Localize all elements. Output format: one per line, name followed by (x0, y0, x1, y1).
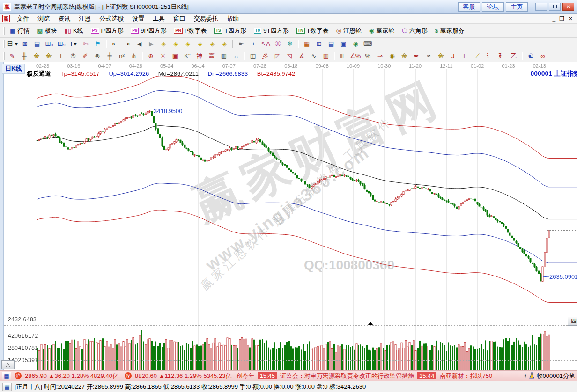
select-annotate-button[interactable]: ↖A (260, 39, 271, 49)
zoom-diamond-3-button[interactable]: ◈ (182, 39, 193, 49)
child-minimize-button[interactable]: _ (552, 15, 555, 22)
t9-square-button[interactable]: T99T四方形 (250, 25, 293, 36)
angle-percent-tool-button[interactable]: ∠% (349, 51, 361, 61)
zoom-diamond-2-button[interactable]: ◈ (170, 39, 181, 49)
gold-hline-tool-button[interactable]: 金 (399, 51, 410, 61)
brain-tool-button[interactable]: ❋ (284, 39, 296, 49)
quotes-button[interactable]: ▦行情 (6, 25, 33, 36)
diag-box2-tool-button[interactable]: ◹ (284, 51, 295, 61)
gold-section-tool-button[interactable]: 金 (31, 51, 42, 61)
zoom-diamond-4-button[interactable]: ◈ (194, 39, 206, 49)
report-button[interactable]: ▤ (325, 39, 337, 49)
web-export-button[interactable]: ◉ (350, 39, 361, 49)
yi-line-tool-button[interactable]: 乙 (508, 51, 519, 61)
crosshair-tool-button[interactable]: + (248, 39, 259, 49)
gold-diagonal-tool-button[interactable]: ⟋ (472, 51, 483, 61)
tick-data-label[interactable]: 收000001分笔 (537, 372, 575, 380)
f-line-tool-button[interactable]: F (459, 51, 471, 61)
star-burst-tool-button[interactable]: ✳ (157, 51, 169, 61)
zoom-diamond-1-button[interactable]: ◈ (158, 39, 169, 49)
menu-item-5[interactable]: 设置 (128, 15, 148, 22)
forum-button[interactable]: 论坛 (482, 2, 504, 12)
percent-grid-tool-button[interactable]: ⊪ (337, 51, 348, 61)
t-number-button[interactable]: TNT数字表 (293, 25, 333, 36)
numbered-grid-tool-button[interactable]: ▦ (218, 51, 229, 61)
k-prime-tool-button[interactable]: Kʺ (182, 51, 193, 61)
angle-line-tool-button[interactable]: ∡ (296, 51, 307, 61)
ray-fan-tool-button[interactable]: 彡 (259, 51, 271, 61)
gold-circle-tool-button[interactable]: ◉ (386, 51, 398, 61)
wave-tool-button[interactable]: ∿ (308, 51, 319, 61)
bars-9-button[interactable]: Ш₉ (56, 39, 67, 49)
zoom-diamond-5-button[interactable]: ◈ (207, 39, 218, 49)
mirror-tool-button[interactable]: ⋔ (128, 51, 140, 61)
pencil-tool-button[interactable]: ✎ (7, 51, 18, 61)
menu-item-2[interactable]: 资讯 (54, 15, 74, 22)
zhe-line-tool-button[interactable]: 辶 (484, 51, 495, 61)
circle5-tool-button[interactable]: ⑤ (67, 51, 79, 61)
save-button[interactable]: ▣ (338, 39, 349, 49)
kline-chart-canvas[interactable] (0, 62, 577, 370)
f-grid-tool-button[interactable]: Ŧ (55, 51, 67, 61)
p9-square-button[interactable]: P99P四方形 (127, 25, 170, 36)
menu-item-8[interactable]: 交易委托 (190, 15, 222, 22)
status-grid-icon[interactable]: ▦ (2, 383, 12, 391)
gold-vline-tool-button[interactable]: 金 (435, 51, 446, 61)
quotes-grid-icon[interactable]: ▦ (2, 372, 11, 380)
winner-wheel-button[interactable]: ◉赢家轮 (365, 25, 398, 36)
hand-tool-button[interactable]: ☛ (236, 39, 247, 49)
ticker-spinner[interactable]: ▲▼ (524, 374, 527, 378)
p-number-button[interactable]: PNP数字表 (170, 25, 210, 36)
first-bar-button[interactable]: ⇤ (109, 39, 120, 49)
hexagon-button[interactable]: ⬡六角形 (398, 25, 431, 36)
ting-line-tool-button[interactable]: 廴 (496, 51, 507, 61)
brush-tool-button[interactable]: ✐ (80, 51, 91, 61)
news-headline-2[interactable]: 南亚新材：拟以750 (440, 372, 493, 380)
ruler-tool-button[interactable]: ╪ (104, 51, 115, 61)
percent-tool-button[interactable]: % (362, 51, 373, 61)
shen-marker-tool-button[interactable]: 神 (194, 51, 205, 61)
menu-item-9[interactable]: 帮助 (222, 15, 243, 22)
child-close-button[interactable]: ✕ (568, 15, 573, 22)
yinyang-button[interactable]: ☯ (525, 51, 536, 61)
zoom-area-button[interactable]: ⊠ (19, 39, 30, 49)
four-pane-button[interactable]: 四 (568, 317, 577, 326)
j-line-tool-button[interactable]: J (447, 51, 459, 61)
pattern-cut-button[interactable]: ✄ (80, 39, 91, 49)
marker-pen-tool-button[interactable]: ✒ (411, 51, 422, 61)
prev-bar-button[interactable]: ◀ (133, 39, 145, 49)
span-measure-tool-button[interactable]: ↔ (230, 51, 242, 61)
shanghai-index-quote[interactable]: 沪 2865.90 ▲36.20 1.28% 4829.40亿 (13, 372, 118, 380)
signal-flag-button[interactable]: ⚑ (92, 39, 104, 49)
last-bar-button[interactable]: ⇥ (121, 39, 133, 49)
square-target-tool-button[interactable]: ▣ (170, 51, 181, 61)
menu-item-4[interactable]: 公式选股 (95, 15, 128, 22)
close-button[interactable]: ✕ (562, 3, 574, 11)
n-square-tool-button[interactable]: n² (116, 51, 127, 61)
minimize-button[interactable]: — (535, 3, 547, 11)
period-day-dropdown-button[interactable]: 日 ▾ (7, 39, 18, 49)
shenzhen-index-quote[interactable]: 深 8820.60 ▲112.36 1.29% 5345.23亿 (123, 372, 231, 380)
gold-section2-tool-button[interactable]: 金 (43, 51, 54, 61)
p-square-button[interactable]: PSP四方形 (87, 25, 127, 36)
t-square-button[interactable]: TST四方形 (210, 25, 250, 36)
menu-item-0[interactable]: 文件 (13, 15, 33, 22)
mesh-tool-button[interactable]: ▦ (320, 51, 332, 61)
child-restore-button[interactable]: ❐ (559, 15, 564, 22)
frame-tool-button[interactable]: ◫ (247, 51, 259, 61)
winner-service-button[interactable]: $赢家服务 (431, 25, 468, 36)
zoom-diamond-6-button[interactable]: ◈ (219, 39, 230, 49)
period-tab-daily[interactable]: 日K线 (2, 64, 25, 74)
diag-box-tool-button[interactable]: ◸ (272, 51, 283, 61)
ying-marker-tool-button[interactable]: 赢 (206, 51, 217, 61)
detail-list-button[interactable]: ▤ (31, 39, 43, 49)
pane-expand-button[interactable]: △ (1, 360, 15, 369)
approx-tool-button[interactable]: ≈ (423, 51, 434, 61)
menu-item-3[interactable]: 江恩 (74, 15, 95, 22)
gann-wheel-button[interactable]: ◎江恩轮 (332, 25, 365, 36)
hatch-tool-button[interactable]: ╫ (19, 51, 30, 61)
menu-item-1[interactable]: 浏览 (33, 15, 54, 22)
kline-button[interactable]: ▮▯K线 (61, 25, 87, 36)
compass-tool-button[interactable]: ⊜ (92, 51, 103, 61)
calculator-button[interactable]: ⊞ (313, 39, 325, 49)
